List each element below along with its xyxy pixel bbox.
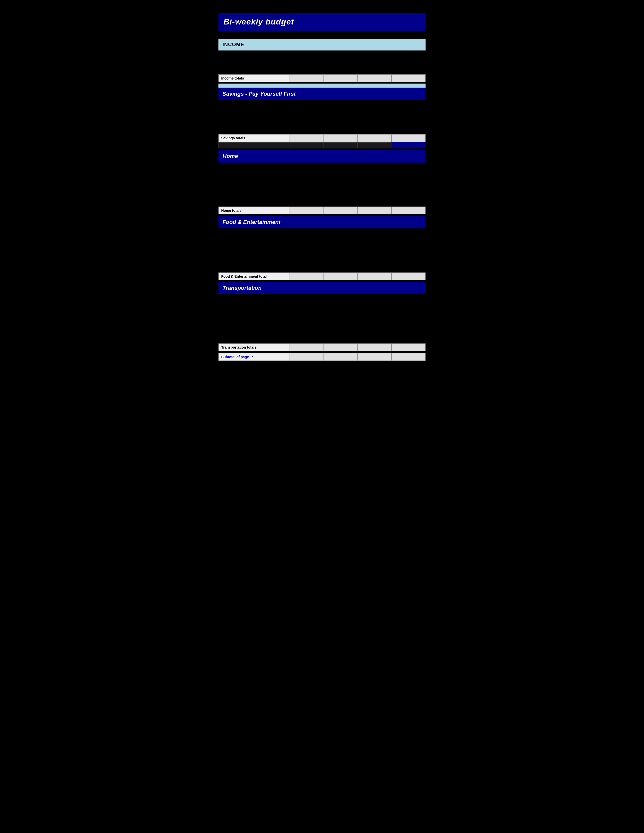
page-container: Bi-weekly budget Income Income totals Sa… xyxy=(213,5,431,370)
income-title: Income xyxy=(222,42,422,47)
home-totals-label: Home totals xyxy=(219,207,289,214)
savings-totals-val1[interactable] xyxy=(289,134,323,142)
subtotal-val1[interactable] xyxy=(289,353,323,361)
transportation-section: Transportation Transportation totals Sub… xyxy=(219,282,425,361)
savings-totals-val4[interactable] xyxy=(391,134,425,142)
home-content-extra xyxy=(219,194,425,204)
savings-extra-empty2 xyxy=(289,142,323,148)
food-title: Food & Entertainment xyxy=(222,219,422,225)
subtotal-row: Subtotal of page 1: xyxy=(219,353,425,361)
food-section: Food & Entertainment Food & Entertainmen… xyxy=(219,216,425,280)
home-totals-val1[interactable] xyxy=(289,207,323,214)
subtotal-val2[interactable] xyxy=(323,353,357,361)
savings-totals-val2[interactable] xyxy=(323,134,357,142)
income-content-area xyxy=(219,51,425,72)
transportation-totals-val2[interactable] xyxy=(323,344,357,351)
home-title: Home xyxy=(222,153,422,159)
transportation-totals-val3[interactable] xyxy=(357,344,391,351)
transportation-header: Transportation xyxy=(219,282,425,294)
savings-extra-row xyxy=(219,142,425,148)
home-section: Home Home totals xyxy=(219,150,425,214)
savings-section: Savings - Pay Yourself First Savings tot… xyxy=(219,88,425,148)
food-totals-val3[interactable] xyxy=(357,273,391,280)
savings-totals-label: Savings totals xyxy=(219,134,289,142)
savings-content-area xyxy=(219,101,425,132)
income-totals-row: Income totals xyxy=(219,74,425,82)
savings-totals-row: Savings totals xyxy=(219,134,425,142)
savings-extra-empty1 xyxy=(219,142,289,148)
transportation-title: Transportation xyxy=(222,285,422,291)
food-content-extra xyxy=(219,260,425,270)
transportation-content-area xyxy=(219,295,425,326)
income-totals-val3[interactable] xyxy=(357,74,391,82)
food-totals-val2[interactable] xyxy=(323,273,357,280)
home-totals-val3[interactable] xyxy=(357,207,391,214)
savings-separator-light xyxy=(219,84,425,88)
savings-header: Savings - Pay Yourself First xyxy=(219,88,425,100)
transportation-totals-label: Transportation totals xyxy=(219,344,289,351)
income-totals-val2[interactable] xyxy=(323,74,357,82)
home-content-area xyxy=(219,164,425,194)
subtotal-val3[interactable] xyxy=(357,353,391,361)
home-totals-val4[interactable] xyxy=(391,207,425,214)
income-totals-val4[interactable] xyxy=(391,74,425,82)
savings-extra-dark xyxy=(391,142,425,148)
food-header: Food & Entertainment xyxy=(219,216,425,228)
subtotal-val4[interactable] xyxy=(391,353,425,361)
savings-extra-empty3 xyxy=(323,142,357,148)
home-header: Home xyxy=(219,150,425,162)
transportation-totals-val4[interactable] xyxy=(391,344,425,351)
food-totals-val1[interactable] xyxy=(289,273,323,280)
income-section: Income Income totals xyxy=(219,39,425,82)
home-totals-row: Home totals xyxy=(219,206,425,214)
title-bar: Bi-weekly budget xyxy=(219,13,425,31)
income-totals-label: Income totals xyxy=(219,74,289,82)
food-totals-label: Food & Entertainment total xyxy=(219,273,289,280)
income-totals-val1[interactable] xyxy=(289,74,323,82)
income-header: Income xyxy=(219,39,425,50)
food-totals-val4[interactable] xyxy=(391,273,425,280)
transportation-totals-val1[interactable] xyxy=(289,344,323,351)
savings-title: Savings - Pay Yourself First xyxy=(222,91,422,97)
savings-totals-val3[interactable] xyxy=(357,134,391,142)
subtotal-label: Subtotal of page 1: xyxy=(219,353,289,361)
page-title: Bi-weekly budget xyxy=(224,17,420,26)
transportation-totals-row: Transportation totals xyxy=(219,343,425,351)
food-totals-row: Food & Entertainment total xyxy=(219,272,425,280)
transportation-content-extra xyxy=(219,326,425,341)
savings-extra-empty4 xyxy=(357,142,391,148)
home-totals-val2[interactable] xyxy=(323,207,357,214)
food-content-area xyxy=(219,230,425,260)
